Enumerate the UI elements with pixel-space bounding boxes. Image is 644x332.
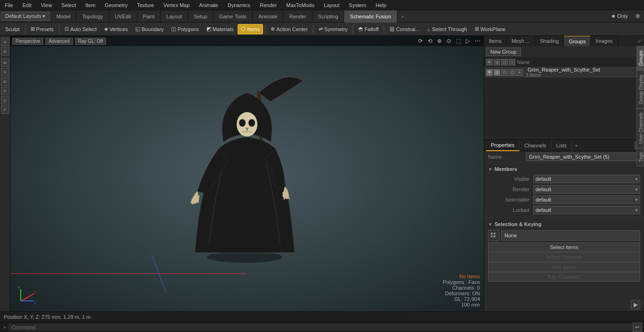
tab-images[interactable]: Images <box>591 36 618 46</box>
tool-s[interactable]: S <box>1 38 9 46</box>
tool-d[interactable]: D <box>1 47 9 56</box>
add-layout-tab[interactable]: + <box>397 12 408 21</box>
falloff-btn[interactable]: ◓ Falloff <box>355 24 382 34</box>
add-col-icon[interactable]: + <box>509 59 515 65</box>
command-run-btn[interactable]: ↵ <box>633 323 642 332</box>
viewport[interactable]: Perspective Advanced Ray GL: Off ⟳ ⟲ ⊕ ⊙… <box>10 36 484 311</box>
perspective-btn[interactable]: Perspective <box>12 38 43 45</box>
locked-select[interactable]: default ▾ <box>533 206 640 214</box>
tool-p[interactable]: P <box>1 87 9 95</box>
key-items-btn[interactable]: Key Items <box>488 262 640 272</box>
tab-animate[interactable]: Animate <box>253 10 283 23</box>
action-center-btn[interactable]: ⊕ Action Center <box>267 24 311 34</box>
visible-select[interactable]: default ▾ <box>533 175 640 183</box>
tab-game-tools[interactable]: Game Tools <box>214 10 253 23</box>
menu-help[interactable]: Help <box>373 1 389 9</box>
items-btn[interactable]: ⬡ Items <box>238 24 263 34</box>
menu-file[interactable]: File <box>2 1 16 9</box>
group-vis-icon[interactable]: 👁 <box>486 69 493 76</box>
tab-model[interactable]: Model <box>51 10 77 23</box>
undo-view-icon[interactable]: ⟲ <box>426 38 434 44</box>
new-group-btn[interactable]: New Group <box>486 48 521 56</box>
group-add-icon[interactable]: + <box>516 69 523 76</box>
tab-topology[interactable]: Topology <box>76 10 109 23</box>
orbit-icon[interactable]: ⟳ <box>417 38 424 44</box>
menu-geometry[interactable]: Geometry <box>102 1 130 9</box>
tab-render[interactable]: Render <box>283 10 312 23</box>
group-lock2-icon[interactable]: ◻ <box>509 69 515 76</box>
vtab-groups[interactable]: Groups <box>636 46 644 70</box>
group-item-reaper[interactable]: 👁 ◎ ◻ ◻ + Grim_Reaper_with_Scythe_Set 3 … <box>484 67 644 78</box>
tool-e[interactable]: E <box>1 77 9 86</box>
tab-uvedit[interactable]: UVEdit <box>109 10 137 23</box>
tool-m[interactable]: M <box>1 58 9 67</box>
menu-view[interactable]: View <box>38 1 55 9</box>
tab-channels[interactable]: Channels <box>520 140 551 151</box>
materials-btn[interactable]: ◩ Materials <box>203 24 237 34</box>
vtab-tags[interactable]: Tags <box>636 148 644 166</box>
menu-edit[interactable]: Edit <box>20 1 34 9</box>
select-channels-btn[interactable]: Select Channels <box>488 252 640 262</box>
render-select[interactable]: default ▾ <box>533 185 640 194</box>
tab-groups[interactable]: Groups <box>564 36 591 46</box>
menu-layout[interactable]: Layout <box>321 1 342 9</box>
menu-texture[interactable]: Texture <box>134 1 157 9</box>
tab-properties[interactable]: Properties <box>486 140 520 151</box>
vertices-btn[interactable]: ◈ Vertices <box>101 24 131 34</box>
gear-icon[interactable]: ⚙ <box>632 11 644 21</box>
play-icon[interactable]: ▷ <box>464 38 471 44</box>
frame-icon[interactable]: ⊙ <box>445 38 453 44</box>
menu-render[interactable]: Render <box>257 1 280 9</box>
expand-icon[interactable]: ⤢ <box>635 36 644 46</box>
tool-v[interactable]: V <box>1 68 9 76</box>
auto-select-btn[interactable]: ⊡ Auto Select <box>61 24 100 34</box>
keying-dots-icon[interactable] <box>488 230 499 241</box>
presets-btn[interactable]: ⊞ Presets <box>27 24 57 34</box>
menu-item[interactable]: Item <box>83 1 98 9</box>
menu-animate[interactable]: Animate <box>196 1 221 9</box>
menu-maxtomodo[interactable]: MaxToModo <box>283 1 317 9</box>
group-lock1-icon[interactable]: ◻ <box>501 69 508 76</box>
name-value[interactable]: Grim_Reaper_with_Scythe_Set (5) <box>526 153 640 161</box>
menu-vertex-map[interactable]: Vertex Map <box>161 1 193 9</box>
tool-f[interactable]: F <box>1 105 9 114</box>
vtab-group-display[interactable]: Group Display <box>636 70 644 108</box>
layout-dropdown[interactable]: Default Layouts ▾ <box>1 12 50 21</box>
more-icon[interactable]: ⋯ <box>473 38 482 44</box>
polygons-btn[interactable]: ◫ Polygons <box>168 24 202 34</box>
menu-select[interactable]: Select <box>58 1 79 9</box>
tool-c[interactable]: C <box>1 96 9 105</box>
command-input[interactable] <box>8 324 633 331</box>
vtab-user-channels[interactable]: User Channels <box>636 108 644 148</box>
add-props-tab[interactable]: + <box>572 142 580 149</box>
advanced-btn[interactable]: Advanced <box>45 38 73 45</box>
selection-keying-header[interactable]: ▼ Selection & Keying <box>488 219 640 229</box>
zoom-icon[interactable]: ⊕ <box>436 38 443 44</box>
scene-bg[interactable]: X Z Y No Items Polygons : Face Channels:… <box>10 36 484 311</box>
key-channels-btn[interactable]: Key Channels <box>488 272 640 282</box>
symmetry-btn[interactable]: ⇌ Symmetry <box>315 24 351 34</box>
select-through-btn[interactable]: ⟂ Select Through <box>424 24 470 34</box>
sculpt-btn[interactable]: Sculpt <box>2 24 23 34</box>
menu-system[interactable]: System <box>346 1 369 9</box>
expand-panel-btn[interactable]: ▶ <box>631 300 640 309</box>
tab-paint[interactable]: Paint <box>137 10 161 23</box>
menu-dynamics[interactable]: Dynamics <box>225 1 253 9</box>
group-render-icon[interactable]: ◎ <box>494 69 500 76</box>
tab-mesh[interactable]: Mesh ... <box>507 36 535 46</box>
select-items-btn[interactable]: Select Items <box>488 243 640 252</box>
tab-items[interactable]: Items <box>484 36 507 46</box>
tab-layout[interactable]: Layout <box>161 10 188 23</box>
tab-scripting[interactable]: Scripting <box>313 10 345 23</box>
tab-lists[interactable]: Lists <box>552 140 572 151</box>
constraints-btn[interactable]: ⛓ Constrai... <box>386 24 423 34</box>
workplane-btn[interactable]: ⊞ WorkPlane <box>471 24 509 34</box>
view-options-icon[interactable]: ⬚ <box>454 38 462 44</box>
tab-shading[interactable]: Shading <box>535 36 564 46</box>
ray-gl-btn[interactable]: Ray GL: Off <box>75 38 107 45</box>
tab-setup[interactable]: Setup <box>188 10 214 23</box>
members-header[interactable]: ▼ Members <box>488 164 640 174</box>
boundary-btn[interactable]: ◱ Boundary <box>132 24 167 34</box>
selectable-select[interactable]: default ▾ <box>533 195 640 204</box>
tab-schematic-fusion[interactable]: Schematic Fusion <box>344 10 397 23</box>
